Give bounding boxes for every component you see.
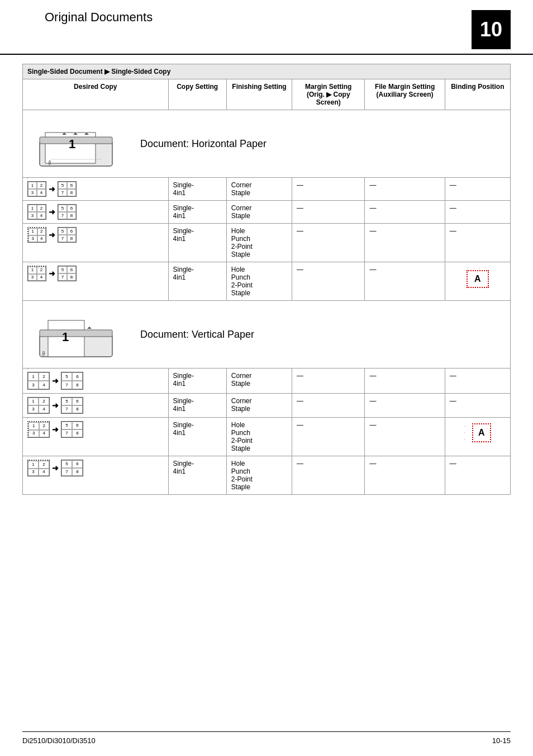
desired-copy-cell: ′ 1234 ➜ 5678 xyxy=(23,418,169,456)
finishing-cell: CornerStaple xyxy=(226,394,292,418)
table-row: ′ 1234 ➜ 5678 Single-4in1 CornerStaple —… xyxy=(23,368,511,394)
copy-setting-cell: Single-4in1 xyxy=(168,418,226,456)
margin-cell: — xyxy=(292,368,365,394)
file-margin-cell: — xyxy=(365,224,445,262)
margin-cell: — xyxy=(292,456,365,495)
table-row: · · · 1234 ➜ 5678 Single-4in1 HolePunch2… xyxy=(23,262,511,301)
binding-cell: — xyxy=(445,224,510,262)
source-grid: 1234 xyxy=(27,372,50,390)
table-row: ′ 1234 ➜ 5678 Single-4in1 CornerStaple —… xyxy=(23,178,511,201)
source-grid: 1234 xyxy=(27,266,46,281)
section-header-row: Single-Sided Document ▶ Single-Sided Cop… xyxy=(23,64,511,79)
source-grid: 1234 xyxy=(27,204,46,220)
finishing-cell: CornerStaple xyxy=(226,368,292,394)
finishing-cell: HolePunch2-PointStaple xyxy=(226,224,292,262)
grid-illustration: ′ 1234 ➜ 5678 xyxy=(27,421,164,438)
page-title: Original Documents xyxy=(45,10,153,25)
copy-setting-cell: Single-4in1 xyxy=(168,368,226,394)
arrow-icon: ➜ xyxy=(52,401,59,410)
vertical-paper-label: Document: Vertical Paper xyxy=(135,329,254,341)
grid-illustration: · · · 1234 ➜ 5678 xyxy=(27,460,164,476)
table-row: ′ 1234 ➜ 5678 Single-4in1 HolePunch2-Poi… xyxy=(23,418,511,456)
table-row: 1234 ➜ 5678 Single-4in1 CornerStaple — —… xyxy=(23,201,511,224)
grid-illustration: ′ 1234 ➜ 5678 xyxy=(27,372,164,390)
source-grid: 1234 xyxy=(27,460,50,476)
finishing-cell: HolePunch2-PointStaple xyxy=(226,262,292,301)
svg-rect-2 xyxy=(40,137,112,144)
vertical-paper-section: 1 ϑ Document: Vertical Paper xyxy=(23,301,511,368)
file-margin-cell: — xyxy=(365,262,445,301)
copy-setting-cell: Single-4in1 xyxy=(168,262,226,301)
desired-copy-cell: · · · 1234 ➜ 5678 xyxy=(23,456,169,495)
svg-text:1: 1 xyxy=(69,137,75,151)
horizontal-paper-label: Document: Horizontal Paper xyxy=(135,138,266,150)
source-grid: 1234 xyxy=(27,227,46,243)
desired-copy-cell: · · · 1234 ➜ 5678 xyxy=(23,262,169,301)
copy-setting-cell: Single-4in1 xyxy=(168,178,226,201)
file-margin-cell: — xyxy=(365,368,445,394)
arrow-icon: ➜ xyxy=(49,207,55,216)
col-header-copy: Copy Setting xyxy=(168,79,226,110)
col-header-desired: Desired Copy xyxy=(23,79,169,110)
svg-rect-11 xyxy=(40,330,112,337)
copy-setting-cell: Single-4in1 xyxy=(168,456,226,495)
grid-illustration: 1234 ➜ 5678 xyxy=(27,227,164,243)
desired-copy-cell: ′ 1234 ➜ 5678 xyxy=(23,178,169,201)
result-grid: 5678 xyxy=(58,204,77,220)
col-header-file: File Margin Setting (Auxiliary Screen) xyxy=(365,79,445,110)
arrow-icon: ➜ xyxy=(49,185,55,193)
vertical-paper-illustration: 1 ϑ xyxy=(23,306,135,362)
page-number: 10 xyxy=(472,10,511,49)
binding-cell: ··· A xyxy=(445,418,510,456)
result-grid: 5678 xyxy=(61,460,83,476)
binding-cell: — xyxy=(445,456,510,495)
svg-marker-13 xyxy=(87,327,92,329)
grid-illustration: ′ 1234 ➜ 5678 xyxy=(27,181,164,197)
page-footer: Di2510/Di3010/Di3510 10-15 xyxy=(22,731,511,745)
result-grid: 5678 xyxy=(58,227,77,243)
binding-cell: — xyxy=(445,201,510,224)
arrow-icon: ➜ xyxy=(49,230,55,239)
arrow-icon: ➜ xyxy=(49,269,55,278)
finishing-cell: HolePunch2-PointStaple xyxy=(226,418,292,456)
svg-text:1: 1 xyxy=(62,330,69,344)
result-grid: 5678 xyxy=(61,372,83,390)
grid-illustration: · · · 1234 ➜ 5678 xyxy=(27,266,164,281)
svg-text:ϑ: ϑ xyxy=(42,351,45,357)
grid-illustration: 1234 ➜ 5678 xyxy=(27,204,164,220)
margin-cell: — xyxy=(292,201,365,224)
finishing-cell: CornerStaple xyxy=(226,178,292,201)
result-grid: 5678 xyxy=(58,181,77,197)
finishing-cell: CornerStaple xyxy=(226,201,292,224)
margin-cell: — xyxy=(292,394,365,418)
col-header-margin: Margin Setting (Orig. ▶ Copy Screen) xyxy=(292,79,365,110)
vert-paper-svg: 1 ϑ xyxy=(34,306,123,362)
source-grid: 1234 xyxy=(27,181,46,197)
footer-page: 10-15 xyxy=(492,736,511,745)
margin-cell: — xyxy=(292,178,365,201)
file-margin-cell: — xyxy=(365,418,445,456)
copy-setting-cell: Single-4in1 xyxy=(168,201,226,224)
file-margin-cell: — xyxy=(365,394,445,418)
grid-illustration: 1234 ➜ 5678 xyxy=(27,397,164,414)
margin-cell: — xyxy=(292,418,365,456)
finishing-cell: HolePunch2-PointStaple xyxy=(226,456,292,495)
desired-copy-cell: 1234 ➜ 5678 xyxy=(23,224,169,262)
footer-model: Di2510/Di3010/Di3510 xyxy=(22,736,96,745)
binding-cell: — xyxy=(445,178,510,201)
table-row: 1234 ➜ 5678 Single-4in1 CornerStaple — —… xyxy=(23,394,511,418)
file-margin-cell: — xyxy=(365,456,445,495)
col-header-finishing: Finishing Setting xyxy=(226,79,292,110)
col-header-binding: Binding Position xyxy=(445,79,510,110)
file-margin-cell: — xyxy=(365,201,445,224)
binding-cell: · · · · A xyxy=(445,262,510,301)
arrow-icon: ➜ xyxy=(52,376,59,385)
main-content: Single-Sided Document ▶ Single-Sided Cop… xyxy=(0,64,533,517)
binding-cell: — xyxy=(445,394,510,418)
copy-setting-cell: Single-4in1 xyxy=(168,224,226,262)
copy-setting-cell: Single-4in1 xyxy=(168,394,226,418)
desired-copy-cell: ′ 1234 ➜ 5678 xyxy=(23,368,169,394)
margin-cell: — xyxy=(292,262,365,301)
table-row: 1234 ➜ 5678 Single-4in1 HolePunch2-Point… xyxy=(23,224,511,262)
horizontal-paper-illustration: 1 ϑ xyxy=(23,116,135,172)
